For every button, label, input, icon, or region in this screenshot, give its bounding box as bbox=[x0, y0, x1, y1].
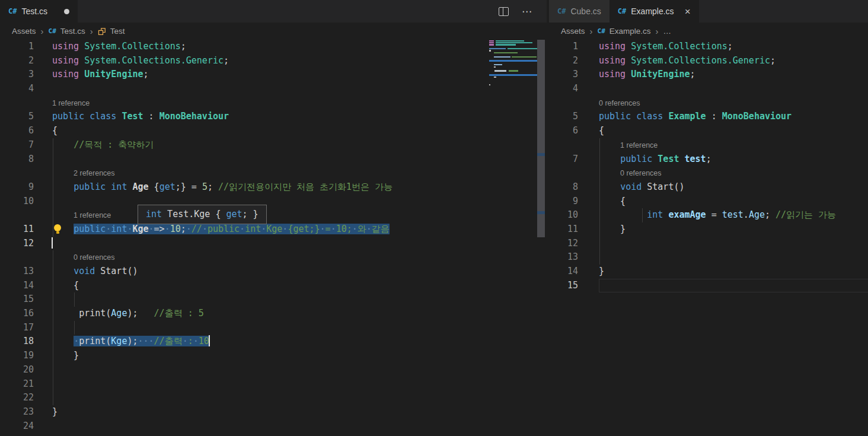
code-token: ; bbox=[181, 41, 186, 52]
code-token: · bbox=[74, 336, 79, 346]
line-number: 24 bbox=[0, 419, 34, 434]
tab-example-cs[interactable]: C# Example.cs × bbox=[609, 0, 699, 23]
code-token bbox=[599, 154, 620, 164]
indent-guide bbox=[599, 237, 600, 251]
code-text[interactable]: //목적 : 축약하기 bbox=[52, 138, 547, 152]
code-text[interactable]: using System.Collections; bbox=[52, 40, 547, 54]
code-token: public bbox=[208, 224, 240, 234]
code-editor-left: 1using System.Collections;2using System.… bbox=[0, 40, 547, 433]
line-number: 18 bbox=[0, 335, 34, 349]
code-token: } bbox=[52, 406, 58, 417]
indent-guide bbox=[53, 208, 53, 222]
code-text[interactable]: { bbox=[52, 279, 547, 293]
code-text[interactable]: public class Test : MonoBehaviour bbox=[52, 110, 547, 124]
code-token: Start() bbox=[642, 182, 684, 192]
indent-guide bbox=[599, 166, 600, 180]
code-line: 7 public Test test; bbox=[549, 152, 868, 167]
code-text[interactable]: void Start() bbox=[599, 180, 868, 195]
breadcrumb-item[interactable]: Assets bbox=[561, 27, 585, 36]
code-text[interactable] bbox=[52, 237, 547, 251]
codelens-row: 2 references bbox=[0, 166, 547, 180]
breadcrumb: Assets›C#Test.cs›Test bbox=[0, 23, 547, 40]
code-line: 5public class Example : MonoBehaviour bbox=[549, 110, 868, 124]
line-number: 8 bbox=[0, 152, 34, 167]
code-token: Example bbox=[668, 111, 706, 122]
text-cursor bbox=[52, 237, 53, 249]
breadcrumb-item[interactable]: Example.cs bbox=[609, 27, 651, 36]
code-token: MonoBehaviour bbox=[159, 111, 229, 122]
codelens-reference-link[interactable]: 0 references bbox=[620, 166, 661, 181]
code-text[interactable]: using System.Collections; bbox=[599, 40, 868, 54]
line-number: 13 bbox=[0, 265, 34, 279]
code-token: . bbox=[743, 209, 749, 220]
tab-cube-cs[interactable]: C# Cube.cs bbox=[549, 0, 609, 23]
code-token bbox=[52, 336, 74, 346]
code-token: · bbox=[186, 224, 192, 234]
code-token bbox=[631, 111, 636, 122]
codelens-reference-link[interactable]: 2 references bbox=[74, 166, 114, 181]
code-token: MonoBehaviour bbox=[722, 111, 792, 122]
code-text[interactable]: using System.Collections.Generic; bbox=[52, 54, 547, 68]
minimap[interactable] bbox=[489, 40, 537, 88]
breadcrumb-item[interactable]: Test bbox=[110, 27, 125, 36]
code-token: { bbox=[52, 280, 79, 291]
code-token: UnityEngine bbox=[631, 69, 690, 79]
code-text[interactable]: public Test test; bbox=[599, 152, 868, 167]
code-token: //읽기는 가능 bbox=[776, 209, 836, 220]
breadcrumb-item[interactable]: … bbox=[663, 27, 672, 36]
code-token: : bbox=[188, 336, 193, 346]
modified-dot-icon[interactable] bbox=[64, 9, 69, 14]
codelens-reference-link[interactable]: 1 reference bbox=[52, 96, 90, 111]
codelens-reference-link[interactable]: 1 reference bbox=[620, 138, 658, 153]
code-token: { bbox=[149, 182, 159, 192]
code-line: 13 bbox=[549, 250, 868, 265]
line-number: 15 bbox=[549, 279, 578, 293]
code-text[interactable]: int examAge = test.Age; //읽기는 가능 bbox=[599, 208, 868, 222]
code-text[interactable]: using UnityEngine; bbox=[52, 68, 547, 82]
line-number: 12 bbox=[0, 237, 34, 251]
code-token: { bbox=[599, 196, 626, 206]
code-text[interactable]: } bbox=[599, 265, 868, 279]
code-line: 21 bbox=[0, 377, 547, 392]
close-tab-icon[interactable]: × bbox=[685, 7, 691, 17]
line-number: 1 bbox=[0, 40, 34, 54]
scrollbar-thumb[interactable] bbox=[537, 40, 545, 237]
code-line: 24 bbox=[0, 419, 547, 434]
code-text[interactable]: { bbox=[599, 124, 868, 138]
code-token: public bbox=[74, 224, 106, 234]
indent-guide bbox=[53, 292, 53, 307]
code-line: 4 bbox=[0, 82, 547, 96]
code-text[interactable]: public class Example : MonoBehaviour bbox=[599, 110, 868, 124]
codelens-reference-link[interactable]: 0 references bbox=[599, 96, 640, 111]
codelens-reference-link[interactable]: 0 references bbox=[74, 250, 114, 265]
split-editor-icon[interactable] bbox=[499, 7, 509, 16]
breadcrumb-item[interactable]: Assets bbox=[12, 27, 36, 36]
code-token: class bbox=[636, 111, 663, 122]
code-line: 19 } bbox=[0, 349, 547, 363]
code-text[interactable]: } bbox=[52, 349, 547, 363]
code-token: ;} = bbox=[175, 182, 202, 192]
code-text[interactable]: void Start() bbox=[52, 265, 547, 279]
code-text[interactable]: ·print(Kge);···//출력·:·10 bbox=[52, 335, 547, 349]
code-text[interactable]: public·int·Kge·=>·10;·//·public·int·Kge·… bbox=[52, 222, 547, 237]
code-text[interactable]: public int Age {get;} = 5; //읽기전용이지만 처음 … bbox=[52, 180, 547, 195]
code-text[interactable]: } bbox=[599, 222, 868, 237]
code-token: · bbox=[183, 336, 188, 346]
code-text[interactable]: { bbox=[52, 124, 547, 138]
code-text[interactable]: print(Age); //출력 : 5 bbox=[52, 307, 547, 321]
tab-test-cs[interactable]: C# Test.cs bbox=[0, 0, 78, 23]
vertical-scrollbar[interactable] bbox=[537, 40, 545, 436]
codelens-reference-link[interactable]: 1 reference bbox=[74, 208, 111, 223]
codelens-row: 0 references bbox=[0, 250, 547, 265]
current-line-highlight bbox=[599, 279, 868, 293]
code-text[interactable]: using UnityEngine; bbox=[599, 68, 868, 82]
code-token bbox=[626, 55, 631, 66]
breadcrumb-item[interactable]: Test.cs bbox=[60, 27, 85, 36]
tab-bar-right: C# Cube.cs C# Example.cs × bbox=[549, 0, 868, 23]
code-text[interactable]: } bbox=[52, 405, 547, 419]
lightbulb-icon[interactable] bbox=[53, 224, 62, 234]
code-text[interactable]: using System.Collections.Generic; bbox=[599, 54, 868, 68]
more-actions-icon[interactable]: ⋯ bbox=[522, 5, 532, 18]
code-text[interactable]: { bbox=[599, 195, 868, 209]
code-token: ; bbox=[690, 69, 695, 79]
